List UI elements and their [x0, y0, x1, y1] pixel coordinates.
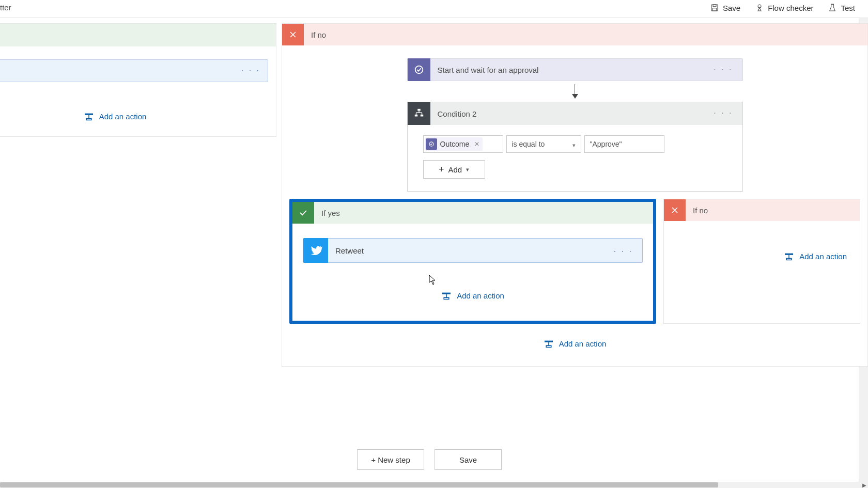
- save-bottom-label: Save: [459, 455, 477, 464]
- connector-arrow-icon: [575, 84, 576, 99]
- check-icon: [292, 202, 314, 224]
- horizontal-scrollbar[interactable]: ▶: [0, 482, 868, 488]
- svg-rect-2: [712, 8, 717, 11]
- add-action-icon: [84, 113, 94, 121]
- scrollbar-thumb[interactable]: [0, 482, 718, 487]
- approval-card-more-icon[interactable]: · · ·: [714, 65, 733, 74]
- chevron-down-icon: ▾: [572, 142, 576, 149]
- new-step-label: + New step: [371, 455, 410, 464]
- svg-rect-16: [414, 115, 417, 117]
- approval-card-title: Start and wait for an approval: [430, 66, 539, 74]
- if-no-label: If no: [304, 30, 326, 39]
- add-action-icon: [784, 253, 794, 261]
- approval-icon: [408, 58, 430, 81]
- add-action-bottom-label: Add an action: [559, 339, 607, 348]
- test-icon: [828, 3, 837, 12]
- top-toolbar: tter Save Flow checker Test: [0, 0, 868, 18]
- approval-card[interactable]: Start and wait for an approval · · ·: [407, 58, 743, 81]
- condition-title: Condition 2: [430, 109, 477, 118]
- test-button[interactable]: Test: [828, 3, 855, 12]
- outcome-token-remove-icon[interactable]: ✕: [474, 140, 479, 148]
- add-action-left[interactable]: Add an action: [0, 112, 268, 121]
- condition-card[interactable]: Condition 2 · · · Outcome ✕: [407, 102, 743, 192]
- if-no-inner-header[interactable]: If no: [664, 199, 860, 221]
- condition-value-text: "Approve": [590, 140, 622, 148]
- svg-rect-24: [785, 253, 793, 255]
- svg-rect-17: [420, 115, 423, 117]
- svg-rect-21: [444, 297, 449, 299]
- add-action-no[interactable]: Add an action: [784, 252, 847, 261]
- if-yes-panel-left: d · · · Add an action: [0, 23, 276, 137]
- svg-rect-27: [545, 340, 553, 342]
- retweet-title: Retweet: [328, 246, 364, 255]
- if-no-header[interactable]: If no: [282, 24, 867, 45]
- condition-add-button[interactable]: + Add ▾: [423, 160, 485, 179]
- condition-left-operand[interactable]: Outcome ✕: [423, 135, 503, 153]
- step-card-truncated[interactable]: d · · ·: [0, 59, 268, 82]
- condition-operator-label: is equal to: [512, 140, 545, 148]
- condition-header[interactable]: Condition 2 · · ·: [408, 102, 742, 125]
- cross-icon: [282, 24, 304, 45]
- condition-more-icon[interactable]: · · ·: [714, 108, 733, 118]
- if-yes-header-left[interactable]: [0, 24, 276, 46]
- condition-icon: [408, 102, 430, 125]
- footer-buttons: + New step Save: [0, 449, 859, 470]
- flow-canvas[interactable]: d · · · Add an action If no Start a: [0, 18, 859, 482]
- save-button-label: Save: [723, 4, 740, 12]
- save-button[interactable]: Save: [710, 3, 740, 12]
- svg-point-10: [415, 66, 423, 74]
- retweet-more-icon[interactable]: · · ·: [614, 247, 633, 256]
- svg-rect-7: [86, 118, 91, 120]
- chevron-down-icon: ▾: [466, 166, 469, 173]
- outcome-token[interactable]: Outcome ✕: [425, 137, 483, 151]
- flow-checker-button[interactable]: Flow checker: [755, 3, 813, 12]
- if-no-outer-panel: If no Start and wait for an approval · ·…: [282, 23, 868, 367]
- condition-value-input[interactable]: "Approve": [584, 135, 664, 153]
- step-card-more-icon[interactable]: · · ·: [241, 66, 260, 75]
- plus-icon: +: [439, 164, 444, 175]
- add-action-icon: [544, 340, 554, 348]
- add-action-yes[interactable]: Add an action: [303, 291, 643, 300]
- svg-rect-1: [713, 5, 716, 7]
- condition-body: Outcome ✕ is equal to ▾ "Approve": [408, 125, 742, 191]
- retweet-card[interactable]: Retweet · · ·: [303, 238, 643, 263]
- add-action-bottom[interactable]: Add an action: [544, 339, 607, 348]
- scrollbar-arrow-right[interactable]: ▶: [862, 482, 867, 487]
- add-action-yes-label: Add an action: [457, 291, 504, 300]
- twitter-icon: [303, 238, 328, 263]
- flow-checker-label: Flow checker: [768, 4, 813, 12]
- condition-operator-select[interactable]: is equal to ▾: [506, 135, 581, 153]
- save-button-bottom[interactable]: Save: [435, 449, 502, 470]
- svg-rect-11: [417, 109, 421, 111]
- svg-rect-5: [85, 113, 93, 115]
- if-no-branch-inner[interactable]: If no Add an action: [663, 199, 860, 324]
- if-yes-label: If yes: [314, 209, 340, 217]
- save-icon: [710, 3, 719, 12]
- outcome-token-label: Outcome: [440, 140, 470, 148]
- add-action-no-label: Add an action: [799, 252, 847, 261]
- outcome-token-icon: [426, 138, 437, 150]
- add-action-icon: [441, 292, 452, 300]
- flow-checker-icon: [755, 3, 764, 12]
- svg-rect-19: [442, 292, 451, 294]
- if-no-inner-label: If no: [686, 206, 708, 215]
- condition-add-label: Add: [448, 165, 462, 174]
- svg-rect-29: [546, 345, 551, 347]
- if-yes-branch[interactable]: If yes Retweet · · · Add an action: [289, 199, 656, 324]
- test-label: Test: [841, 4, 855, 12]
- new-step-button[interactable]: + New step: [357, 449, 424, 470]
- svg-rect-26: [786, 258, 792, 260]
- page-title-fragment: tter: [0, 3, 11, 12]
- cross-icon: [664, 199, 686, 221]
- if-yes-header[interactable]: If yes: [292, 202, 653, 224]
- add-action-left-label: Add an action: [99, 112, 147, 121]
